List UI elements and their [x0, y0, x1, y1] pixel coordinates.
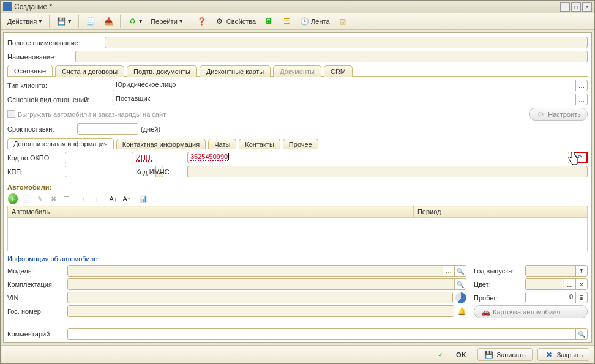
close-window-button[interactable]: × [582, 2, 592, 12]
comment-label: Комментарий: [7, 330, 65, 338]
subtab-contacts[interactable]: Контакты [239, 139, 280, 149]
model-value [68, 266, 443, 276]
properties-label: Свойства [226, 18, 256, 25]
year-label: Год выпуска: [474, 267, 523, 275]
search-button[interactable]: 🔍 [454, 266, 466, 277]
calc-button[interactable]: 🖩 [575, 292, 587, 303]
save-icon-button[interactable]: 💾▾ [53, 15, 75, 28]
app-icon [3, 2, 12, 11]
calc-icon: 🖩 [264, 17, 274, 26]
car-card-label: Карточка автомобиля [493, 308, 560, 316]
subtab-contact-info[interactable]: Контактная информация [116, 139, 206, 149]
window: Создание * _ □ × Действия▾ 💾▾ 🧾 📥 ♻▾ Пер… [0, 0, 595, 364]
days-label: (дней) [141, 125, 160, 133]
relation-field[interactable]: Поставщик … [113, 94, 588, 105]
properties-button[interactable]: ⚙Свойства [212, 15, 259, 28]
toolbar-calc-button[interactable]: 🖩 [261, 15, 277, 28]
ok-button[interactable]: OK [450, 348, 473, 361]
car-card-button[interactable]: 🚗 Карточка автомобиля [474, 305, 588, 318]
close-icon: ✖ [544, 350, 554, 360]
close-button[interactable]: ✖Закрыть [537, 348, 589, 361]
configure-button[interactable]: ⚙ Настроить [529, 108, 588, 121]
subtab-chats[interactable]: Чаты [208, 139, 236, 149]
floppy-icon: 💾 [56, 17, 66, 26]
toolbar-separator [190, 15, 190, 28]
search-button[interactable]: 🔍 [575, 329, 587, 340]
help-button[interactable]: ❓ [194, 15, 210, 28]
sort-asc-button[interactable]: A↓ [108, 193, 119, 204]
name-input[interactable] [75, 51, 588, 62]
titlebar: Создание * _ □ × [1, 1, 594, 13]
equipment-label: Комплектация: [7, 281, 65, 288]
ellipsis-button[interactable]: … [564, 279, 575, 290]
download-icon: 📥 [103, 17, 113, 26]
add-row-button[interactable]: + [7, 193, 18, 204]
tab-confirm-docs[interactable]: Подтв. документы [127, 65, 197, 77]
col-automobile[interactable]: Автомобиль [8, 206, 414, 218]
client-type-field[interactable]: Юридическое лицо … [113, 80, 588, 91]
car-icon: 🚗 [481, 307, 490, 317]
inn-input[interactable]: 3525450990 [187, 152, 569, 163]
tab-crm[interactable]: CRM [324, 65, 353, 77]
vin-label: VIN: [7, 294, 65, 302]
toolbar-dl-button[interactable]: 📥 [100, 15, 116, 28]
tab-discount[interactable]: Дисконтные карты [200, 65, 271, 77]
gear-icon: ⚙ [536, 110, 545, 119]
full-name-input[interactable] [105, 37, 588, 48]
goto-menu[interactable]: Перейти▾ [148, 15, 186, 28]
sort-desc-button[interactable]: A↑ [121, 193, 132, 204]
tab-main[interactable]: Основные [7, 65, 53, 76]
actions-menu[interactable]: Действия▾ [4, 15, 45, 28]
imns-input[interactable] [187, 166, 588, 177]
configure-label: Настроить [548, 111, 581, 118]
save-button[interactable]: 💾Записать [477, 348, 533, 361]
mileage-field[interactable]: 0 🖩 [525, 292, 588, 303]
ellipsis-button[interactable]: … [443, 266, 454, 277]
equipment-field[interactable]: 🔍 [67, 278, 466, 290]
year-field[interactable]: 🗓 [525, 265, 588, 277]
delete-icon: ✖ [51, 195, 56, 203]
model-field[interactable]: … 🔍 [67, 265, 466, 277]
gov-number-field[interactable] [67, 305, 454, 317]
okpo-label: Код по ОКПО: [7, 154, 62, 162]
chart-button[interactable]: 📊 [138, 193, 149, 204]
client-type-value: Юридическое лицо [113, 80, 575, 91]
delivery-time-label: Срок поставки: [7, 125, 75, 133]
copy-row-button: 📄 [21, 193, 32, 204]
delivery-time-input[interactable] [78, 124, 138, 134]
ellipsis-button[interactable]: … [575, 80, 587, 91]
toolbar-doc-button[interactable]: 🧾 [83, 15, 99, 28]
goto-label: Перейти [151, 18, 178, 25]
tab-documents[interactable]: Документы [273, 65, 321, 77]
comment-field[interactable]: 🔍 [67, 328, 588, 340]
delivery-time-spinner[interactable]: × ◂▸ [77, 123, 138, 135]
check-icon: ☑ [435, 350, 445, 360]
automobiles-table-body[interactable] [7, 218, 588, 251]
maximize-button[interactable]: □ [571, 2, 581, 12]
search-button[interactable]: 🔍 [454, 279, 466, 290]
vin-field[interactable] [67, 292, 453, 303]
model-label: Модель: [7, 267, 65, 275]
document-icon: 🧾 [86, 17, 95, 26]
tab-accounts[interactable]: Счета и договоры [55, 65, 124, 77]
toolbar-list-button[interactable]: ☰ [279, 15, 294, 28]
calendar-button[interactable]: 🗓 [575, 266, 587, 277]
subtab-details[interactable]: Дополнительная информация [7, 138, 114, 149]
upload-checkbox[interactable] [7, 110, 15, 118]
toolbar-extra-button[interactable]: ▧ [335, 15, 351, 28]
feed-button[interactable]: 🕒Лента [296, 15, 332, 28]
minimize-button[interactable]: _ [560, 2, 570, 12]
ellipsis-button[interactable]: … [575, 94, 587, 105]
refresh-button[interactable]: ♻▾ [124, 15, 146, 28]
subtab-other[interactable]: Прочее [283, 139, 318, 149]
list-icon: ☰ [282, 17, 291, 26]
okpo-input[interactable] [65, 152, 133, 163]
feed-icon: 🕒 [299, 17, 309, 26]
mileage-label: Пробег: [474, 294, 523, 302]
inn-lookup-button[interactable]: ↶ [571, 152, 588, 163]
chart-icon: 📊 [139, 195, 148, 203]
clear-button[interactable]: × [575, 279, 587, 290]
floppy-icon: 💾 [484, 350, 494, 360]
col-period[interactable]: Период [413, 206, 587, 218]
color-field[interactable]: … × [525, 278, 588, 290]
